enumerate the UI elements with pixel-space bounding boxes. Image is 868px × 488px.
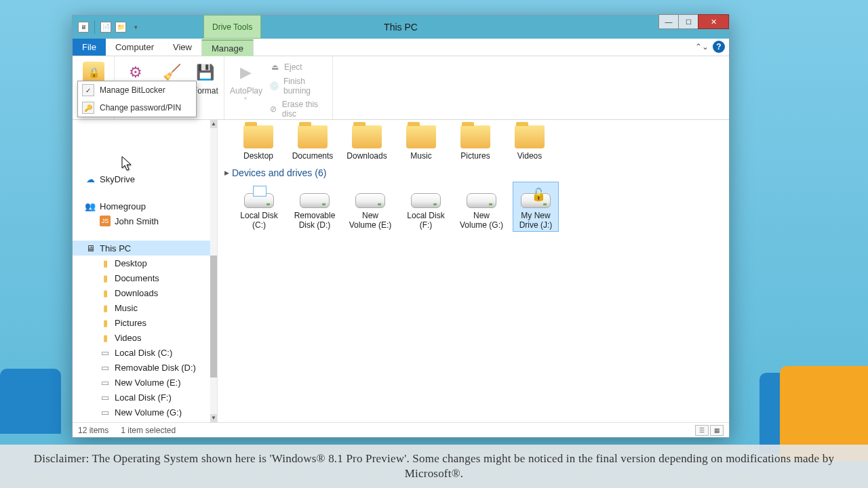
quick-access-toolbar: 🖥 📄 📁 ▾	[73, 20, 146, 34]
drive-icon: ▭	[100, 407, 111, 418]
content-area: Desktop Documents Downloads Music Pictur…	[218, 120, 729, 422]
drive-icon: ▭	[100, 392, 111, 403]
close-button[interactable]	[698, 14, 729, 29]
drive-j[interactable]: 🔓My New Drive (J:)	[513, 182, 558, 231]
folder-desktop[interactable]: Desktop	[237, 123, 280, 161]
folder-icon	[352, 125, 382, 148]
nav-drive-f[interactable]: ▭Local Disk (F:)	[73, 390, 217, 405]
nav-skydrive[interactable]: ☁SkyDrive	[73, 171, 217, 186]
autoplay-icon: ▶	[235, 62, 256, 83]
drive-e[interactable]: New Volume (E:)	[348, 184, 393, 230]
eject-icon: ⏏	[269, 62, 280, 73]
nav-pictures[interactable]: ▮Pictures	[73, 315, 217, 330]
window-controls	[659, 14, 729, 29]
autoplay-button: ▶ AutoPlay ▼	[229, 59, 262, 103]
icons-view-button[interactable]: ▦	[710, 425, 724, 436]
burn-icon: 💿	[269, 81, 279, 92]
nav-homegroup[interactable]: 👥Homegroup	[73, 199, 217, 214]
folder-icon: ▮	[100, 258, 111, 268]
user-icon: JS	[100, 216, 111, 226]
lock-icon: 🔓	[531, 187, 546, 202]
drive-g[interactable]: New Volume (G:)	[459, 184, 504, 230]
folder-videos[interactable]: Videos	[508, 123, 551, 161]
qat-newfolder-icon[interactable]: 📁	[115, 22, 126, 33]
help-icon[interactable]: ?	[713, 41, 725, 53]
menu-manage-bitlocker[interactable]: ✓ Manage BitLocker	[78, 81, 196, 99]
tab-manage[interactable]: Manage	[201, 39, 254, 56]
drive-f[interactable]: Local Disk (F:)	[403, 184, 448, 230]
folder-documents[interactable]: Documents	[291, 123, 334, 161]
devices-drives-header[interactable]: ▶ Devices and drives (6)	[224, 167, 722, 178]
explorer-body: ☁SkyDrive 👥Homegroup JSJohn Smith 🖥This …	[73, 120, 729, 422]
maximize-button[interactable]	[678, 14, 698, 29]
nav-drive-e[interactable]: ▭New Volume (E:)	[73, 375, 217, 390]
nav-documents[interactable]: ▮Documents	[73, 270, 217, 285]
folder-icon: ▮	[100, 272, 111, 283]
status-item-count: 12 items	[78, 426, 108, 435]
tab-file[interactable]: File	[73, 39, 106, 56]
qat-dropdown-icon[interactable]: ▾	[130, 22, 141, 33]
drive-icon: ▭	[100, 362, 111, 373]
nav-drive-g[interactable]: ▭New Volume (G:)	[73, 405, 217, 420]
key-icon: 🔑	[82, 102, 94, 114]
drives-grid: Local Disk (C:) Removable Disk (D:) New …	[237, 184, 722, 230]
tab-computer[interactable]: Computer	[106, 39, 163, 56]
nav-scrollbar[interactable]: ▲ ▼	[210, 120, 217, 422]
drive-icon	[244, 193, 274, 208]
checkbox-icon: ✓	[82, 84, 94, 96]
folder-icon: ▮	[100, 287, 111, 298]
ribbon-minimize-icon[interactable]: ⌃⌄	[694, 41, 710, 53]
cloud-icon: ☁	[85, 174, 96, 184]
drive-icon: ▭	[100, 347, 111, 358]
drive-icon: 🔓	[521, 193, 551, 208]
nav-drive-d[interactable]: ▭Removable Disk (D:)	[73, 360, 217, 375]
folder-icon	[243, 125, 273, 148]
folder-icon	[460, 125, 490, 148]
nav-desktop[interactable]: ▮Desktop	[73, 256, 217, 270]
details-view-button[interactable]: ☰	[695, 425, 709, 436]
folder-music[interactable]: Music	[399, 123, 443, 161]
system-menu-icon[interactable]: 🖥	[78, 22, 89, 33]
folder-downloads[interactable]: Downloads	[345, 123, 389, 161]
pc-icon: 🖥	[85, 243, 96, 253]
nav-this-pc[interactable]: 🖥This PC	[73, 241, 217, 256]
contextual-tab-drive-tools: Drive Tools	[203, 15, 261, 39]
drive-icon	[411, 193, 441, 208]
nav-videos[interactable]: ▮Videos	[73, 330, 217, 345]
disclaimer-caption: Disclaimer: The Operating System shown h…	[0, 445, 868, 488]
scroll-up-arrow[interactable]: ▲	[210, 120, 217, 128]
folder-icon	[406, 125, 436, 148]
drive-d[interactable]: Removable Disk (D:)	[292, 184, 337, 230]
qat-separator	[94, 20, 95, 34]
explorer-window: 🖥 📄 📁 ▾ Drive Tools This PC File Compute…	[72, 15, 730, 438]
view-mode-toggles: ☰ ▦	[695, 425, 724, 436]
folder-pictures[interactable]: Pictures	[454, 123, 497, 161]
folder-icon	[515, 125, 545, 148]
folder-icon	[298, 125, 328, 148]
eject-button: ⏏Eject	[267, 60, 327, 74]
folder-icon: ▮	[100, 317, 111, 328]
drive-c[interactable]: Local Disk (C:)	[237, 184, 281, 230]
folders-grid: Desktop Documents Downloads Music Pictur…	[237, 123, 722, 161]
scroll-down-arrow[interactable]: ▼	[210, 414, 217, 422]
scroll-thumb[interactable]	[210, 256, 217, 378]
ribbon-tabs: File Computer View Manage ⌃⌄ ?	[73, 39, 729, 56]
collapse-caret-icon[interactable]: ▶	[224, 169, 229, 176]
nav-user[interactable]: JSJohn Smith	[73, 214, 217, 228]
drive-icon: ▭	[100, 377, 111, 388]
drive-icon	[300, 193, 330, 208]
menu-change-password[interactable]: 🔑 Change password/PIN	[78, 99, 196, 117]
titlebar[interactable]: 🖥 📄 📁 ▾ Drive Tools This PC	[73, 16, 729, 39]
nav-drive-c[interactable]: ▭Local Disk (C:)	[73, 345, 217, 360]
homegroup-icon: 👥	[85, 201, 96, 211]
minimize-button[interactable]	[658, 14, 679, 29]
drive-icon	[467, 193, 496, 208]
bitlocker-dropdown: ✓ Manage BitLocker 🔑 Change password/PIN	[77, 81, 197, 117]
tab-view[interactable]: View	[163, 39, 201, 56]
erase-icon: ⊘	[269, 104, 278, 115]
nav-music[interactable]: ▮Music	[73, 300, 217, 315]
nav-downloads[interactable]: ▮Downloads	[73, 285, 217, 300]
folder-icon: ▮	[100, 332, 111, 343]
qat-properties-icon[interactable]: 📄	[100, 22, 111, 33]
navigation-pane: ☁SkyDrive 👥Homegroup JSJohn Smith 🖥This …	[73, 120, 218, 422]
